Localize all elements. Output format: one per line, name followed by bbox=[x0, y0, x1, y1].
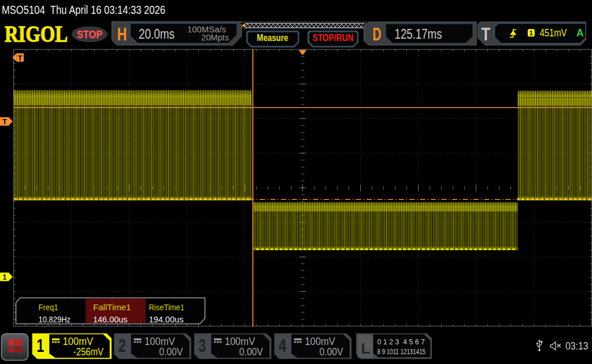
svg-text:0.00V: 0.00V bbox=[239, 346, 264, 358]
svg-text:20Mpts: 20Mpts bbox=[201, 33, 229, 42]
svg-text:H: H bbox=[117, 24, 127, 44]
svg-text:STOP/RUN: STOP/RUN bbox=[313, 32, 354, 43]
svg-text:8 9 1011 12131415: 8 9 1011 12131415 bbox=[378, 347, 426, 356]
svg-text:1: 1 bbox=[530, 29, 534, 36]
svg-text:3: 3 bbox=[198, 335, 206, 356]
svg-text:T: T bbox=[2, 118, 7, 126]
svg-text:451mV: 451mV bbox=[540, 27, 568, 39]
svg-text:L: L bbox=[361, 340, 370, 357]
svg-text:A: A bbox=[576, 27, 584, 39]
svg-text:T: T bbox=[482, 24, 491, 44]
svg-text:2: 2 bbox=[119, 335, 126, 356]
svg-text:03:13: 03:13 bbox=[565, 340, 589, 352]
svg-text:0 1 2 3 4 5 6 7: 0 1 2 3 4 5 6 7 bbox=[378, 337, 426, 346]
svg-text:125.17ms: 125.17ms bbox=[395, 27, 442, 42]
svg-text:MSO5104 Thu April 16 03:14:33: MSO5104 Thu April 16 03:14:33 2026 bbox=[2, 3, 165, 16]
svg-text:T: T bbox=[18, 54, 23, 62]
svg-text:194.00us: 194.00us bbox=[149, 314, 184, 324]
svg-text:D: D bbox=[373, 24, 382, 44]
svg-text:RiseTime1: RiseTime1 bbox=[149, 302, 185, 312]
svg-text:FallTime1: FallTime1 bbox=[93, 302, 131, 312]
svg-text:STOP: STOP bbox=[77, 28, 102, 40]
svg-text:Freq1: Freq1 bbox=[39, 302, 58, 312]
svg-text:0.00V: 0.00V bbox=[319, 346, 343, 358]
svg-text:RIGOL: RIGOL bbox=[5, 21, 68, 47]
svg-text:10.829Hz: 10.829Hz bbox=[39, 314, 71, 324]
svg-text:-256mV: -256mV bbox=[73, 346, 104, 358]
svg-text:1: 1 bbox=[3, 273, 7, 281]
svg-text:0.00V: 0.00V bbox=[159, 346, 183, 358]
svg-text:4: 4 bbox=[279, 335, 286, 356]
svg-text:Measure: Measure bbox=[257, 32, 288, 43]
svg-text:146.00us: 146.00us bbox=[93, 314, 128, 324]
svg-text:1: 1 bbox=[36, 335, 44, 356]
svg-text:20.0ms: 20.0ms bbox=[139, 27, 175, 42]
